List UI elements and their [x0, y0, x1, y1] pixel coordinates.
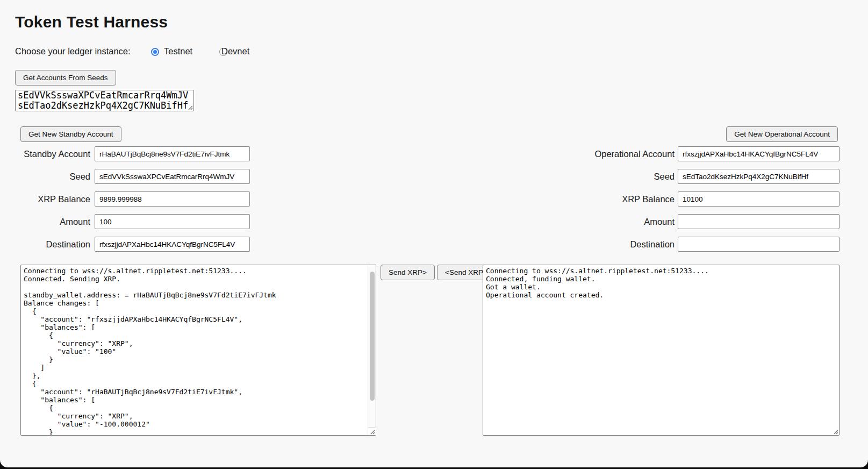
resize-handle-icon[interactable] — [370, 429, 375, 435]
page-title: Token Test Harness — [15, 13, 168, 31]
resize-handle-icon[interactable] — [188, 105, 193, 110]
resize-handle-icon[interactable] — [833, 429, 838, 435]
operational-seed-label: Seed — [556, 169, 675, 184]
operational-xrp-balance-label: XRP Balance — [556, 191, 675, 207]
seeds-textarea-wrap: sEdVVkSsswaXPCvEatRmcarRrq4WmJV sEdTao2d… — [15, 90, 194, 111]
standby-results-textarea[interactable]: Connecting to wss://s.altnet.rippletest.… — [20, 265, 376, 436]
operational-amount-label: Amount — [556, 214, 675, 229]
operational-results-wrap: Connecting to wss://s.altnet.rippletest.… — [483, 265, 840, 436]
standby-destination-input[interactable] — [95, 237, 250, 252]
operational-account-input[interactable] — [678, 146, 840, 161]
get-new-standby-account-button[interactable]: Get New Standby Account — [20, 126, 121, 142]
send-xrp-to-operational-button[interactable]: Send XRP> — [381, 265, 435, 280]
ledger-instance-prompt: Choose your ledger instance: — [15, 46, 131, 56]
standby-xrp-balance-input[interactable] — [95, 191, 250, 207]
operational-account-label: Operational Account — [556, 146, 675, 161]
operational-destination-label: Destination — [556, 237, 675, 252]
standby-amount-input[interactable] — [95, 214, 250, 229]
devnet-radio-label[interactable]: Devnet — [221, 46, 249, 56]
get-new-operational-account-button[interactable]: Get New Operational Account — [726, 126, 838, 142]
testnet-radio-label[interactable]: Testnet — [164, 46, 192, 56]
scrollbar-track[interactable] — [368, 265, 376, 435]
get-accounts-from-seeds-button[interactable]: Get Accounts From Seeds — [15, 70, 116, 86]
standby-account-label: Standby Account — [4, 146, 90, 161]
standby-results-wrap: Connecting to wss://s.altnet.rippletest.… — [20, 265, 376, 436]
testnet-radio[interactable] — [151, 48, 159, 56]
operational-seed-input[interactable] — [678, 169, 840, 184]
scrollbar-thumb[interactable] — [370, 272, 375, 401]
operational-results-textarea[interactable]: Connecting to wss://s.altnet.rippletest.… — [483, 265, 840, 436]
standby-xrp-balance-label: XRP Balance — [4, 191, 90, 207]
standby-seed-input[interactable] — [95, 169, 250, 184]
operational-amount-input[interactable] — [678, 214, 840, 229]
operational-xrp-balance-input[interactable] — [678, 191, 840, 207]
operational-destination-input[interactable] — [678, 237, 840, 252]
seeds-textarea[interactable]: sEdVVkSsswaXPCvEatRmcarRrq4WmJV sEdTao2d… — [15, 90, 194, 111]
token-test-harness-page: Token Test Harness Choose your ledger in… — [0, 0, 868, 467]
standby-seed-label: Seed — [4, 169, 90, 184]
standby-destination-label: Destination — [4, 237, 90, 252]
standby-account-input[interactable] — [95, 146, 250, 161]
standby-amount-label: Amount — [4, 214, 90, 229]
